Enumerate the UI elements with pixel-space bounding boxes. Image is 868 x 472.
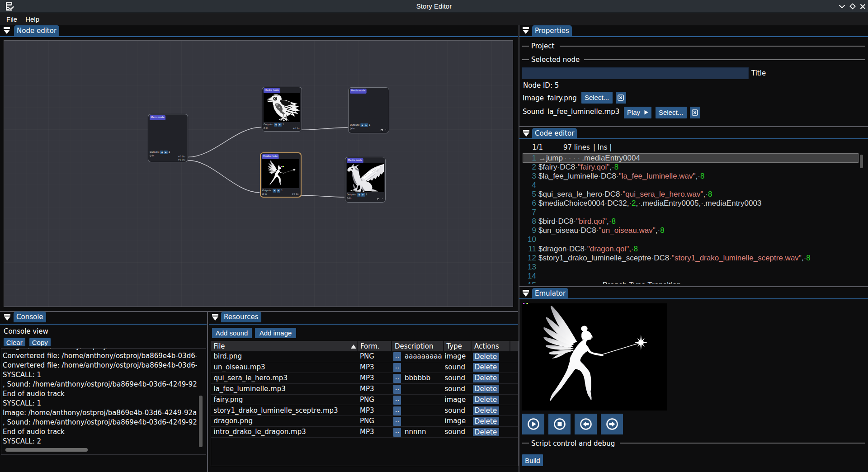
node-editor-canvas[interactable]: Menu node Outputs: ◀ ▶ 2 In#0 Ou#1 OuMed… [4,40,513,307]
column-header-actions[interactable]: Actions [472,341,510,352]
column-header-description[interactable]: Description [392,341,444,352]
node-editor-tab-underline [0,36,518,37]
tab-resources[interactable]: Resources [221,312,261,322]
properties-collapse-icon[interactable] [523,27,529,34]
delete-button[interactable]: Delete [473,385,499,393]
description-edit-button[interactable]: .. [393,352,401,361]
tab-node-editor[interactable]: Node editor [14,25,59,36]
tab-code-editor[interactable]: Code editor [532,128,577,139]
resource-row-dragon.png[interactable]: dragon.pngPNG..imageDelete [211,416,518,427]
code-editor-text-area[interactable]: 1→jump····.mediaEntry00042$fairy·DC8·"fa… [519,153,868,284]
code-editor-scrollbar[interactable] [860,155,863,168]
node-input-port: In [350,127,354,130]
add-image-button[interactable]: Add image [255,328,296,338]
console-line: SYSCALL: 1 [3,399,197,408]
console-line: Convertered file: /home/anthony/ostproj/… [3,361,197,370]
sound-play-button[interactable]: Play [624,107,651,118]
code-editor-collapse-icon[interactable] [523,130,529,137]
build-button[interactable]: Build [522,454,543,466]
emulator-collapse-icon[interactable] [523,290,529,297]
resource-row-la_fee_luminelle.mp3[interactable]: la_fee_luminelle.mp3MP3..soundDelete [211,384,518,395]
node-fairy[interactable]: Media node Outputs: ◀ ▶ 1 In#0 So [260,152,302,198]
shade-window-button[interactable] [837,2,846,11]
console-copy-button[interactable]: Copy [29,338,51,346]
column-header-form[interactable]: Form. [358,341,392,352]
close-window-button[interactable] [858,2,867,11]
node-outputs-increment[interactable]: ▶ [278,123,281,126]
node-editor-collapse-icon[interactable] [4,27,10,34]
node-connections [4,41,513,307]
console-vertical-scrollbar[interactable] [199,396,203,447]
node-resize-grip[interactable] [381,129,387,132]
code-insert-mode: | Ins | [593,143,612,151]
delete-button[interactable]: Delete [473,363,499,372]
description-edit-button[interactable]: .. [393,363,401,372]
node-bird[interactable]: Media node Outputs: ◀ ▶ 1 In#0 So [262,87,302,132]
tab-console[interactable]: Console [14,312,46,322]
emulator-forward-button[interactable] [601,414,623,434]
resource-row-bird.png[interactable]: bird.pngPNG..aaaaaaaaaimageDelete [211,351,518,362]
maximize-window-button[interactable] [848,2,857,11]
console-horizontal-scrollbar[interactable] [5,448,88,452]
image-clear-button[interactable] [616,92,626,104]
title-input[interactable] [522,67,749,80]
delete-button[interactable]: Delete [473,428,499,437]
splitter-console-resources[interactable] [207,312,208,472]
node-outputs-increment[interactable]: ▶ [277,189,280,192]
menu-file[interactable]: File [2,13,21,25]
node-outputs-decrement[interactable]: ◀ [160,151,163,154]
node-outputs-decrement[interactable]: ◀ [274,123,277,126]
resources-collapse-icon[interactable] [212,314,218,321]
project-group-line [560,46,865,47]
console-output[interactable]: Image: /home/anthony/ostproj/ba869e4b-03… [1,348,206,455]
description-edit-button[interactable]: .. [393,406,401,415]
description-edit-button[interactable]: .. [393,385,401,394]
node-outputs-decrement[interactable]: ◀ [360,123,363,127]
tab-properties[interactable]: Properties [532,25,572,36]
resource-row-qui_sera_le_hero.mp3[interactable]: qui_sera_le_hero.mp3MP3..bbbbbbsoundDele… [211,373,518,384]
delete-button[interactable]: Delete [473,374,499,382]
node-dragon[interactable]: Media node Outputs: ◀ ▶ 1 In [345,157,386,203]
sound-select-button[interactable]: Select... [656,107,687,118]
node-resize-grip[interactable] [377,198,383,201]
node-outputs-increment[interactable]: ▶ [164,151,167,154]
emulator-stop-button[interactable] [548,414,571,434]
window-title: Story Editor [0,0,868,13]
node-outputs-decrement[interactable]: ◀ [357,193,360,196]
delete-button[interactable]: Delete [473,353,499,361]
column-header-file[interactable]: File [211,341,358,352]
cell-format: PNG [360,351,392,362]
add-sound-button[interactable]: Add sound [212,328,252,338]
node-outputs-increment[interactable]: ▶ [361,193,364,196]
emulator-play-button[interactable] [522,414,544,434]
node-outputs-decrement[interactable]: ◀ [273,189,276,192]
resource-row-story1_drako_luminelle_sceptre.mp3[interactable]: story1_drako_luminelle_sceptre.mp3MP3..s… [211,406,518,416]
menu-help[interactable]: Help [21,13,43,25]
code-line-5: 5$qui_sera_le_hero·DC8·"qui_sera_le_hero… [519,190,868,199]
delete-button[interactable]: Delete [473,396,499,404]
splitter-properties-code[interactable] [519,126,868,127]
node-outputs-increment[interactable]: ▶ [364,123,368,127]
delete-button[interactable]: Delete [473,417,499,426]
resource-row-un_oiseau.mp3[interactable]: un_oiseau.mp3MP3..soundDelete [211,362,518,373]
description-edit-button[interactable]: .. [393,374,401,383]
description-edit-button[interactable]: .. [393,417,401,426]
description-edit-button[interactable]: .. [393,428,401,437]
sound-clear-button[interactable] [690,107,700,118]
column-header-type[interactable]: Type [444,341,472,352]
description-edit-button[interactable]: .. [393,396,401,405]
tab-emulator[interactable]: Emulator [532,288,568,299]
console-collapse-icon[interactable] [4,314,10,321]
node-media2[interactable]: Media node Outputs: ◀ ▶ 1 In [348,87,389,133]
console-clear-button[interactable]: Clear [4,338,26,346]
cell-description [405,416,444,427]
image-select-button[interactable]: Select... [581,92,613,104]
cell-type: sound [445,373,472,384]
delete-button[interactable]: Delete [473,406,499,415]
resource-row-fairy.png[interactable]: fairy.pngPNG..imageDelete [211,395,518,406]
splitter-code-emulator[interactable] [519,286,868,287]
column-header-stub [510,341,518,352]
node-menu[interactable]: Menu node Outputs: ◀ ▶ 2 In#0 Ou#1 Ou [148,114,188,162]
emulator-back-button[interactable] [575,414,597,434]
resource-row-intro_drako_le_dragon.mp3[interactable]: intro_drako_le_dragon.mp3MP3..nnnnnsound… [211,427,518,438]
